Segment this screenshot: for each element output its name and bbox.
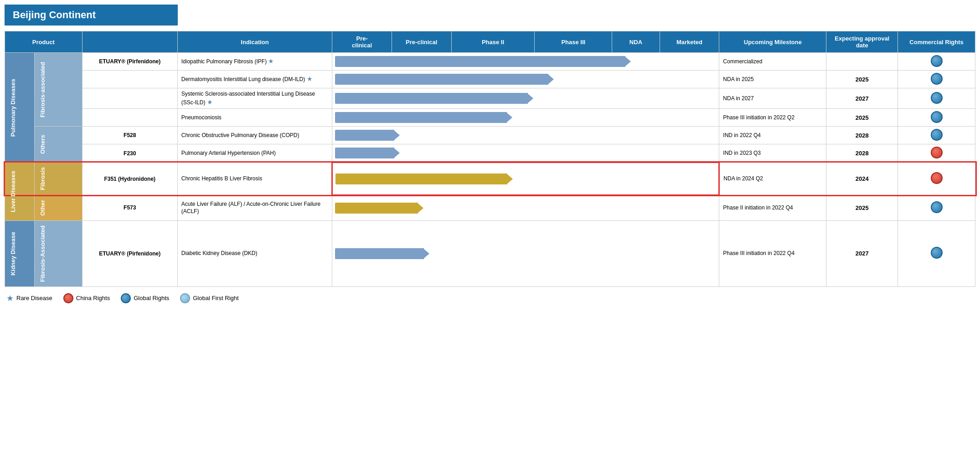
legend-rare: ★ Rare Disease	[6, 293, 52, 303]
bar-cell	[332, 163, 719, 195]
table-row: F230Pulmonary Arterial Hypertension (PAH…	[5, 144, 975, 163]
subcat-label: Fibrosis-associated	[37, 59, 48, 120]
approval-cell: 2024	[826, 163, 898, 195]
rights-cell	[898, 163, 975, 195]
header-preclinical: Pre-clinical	[332, 31, 392, 53]
indication-cell: Diabetic Kidney Disease (DKD)	[177, 220, 332, 286]
rights-cell	[898, 220, 975, 286]
header-nda: NDA	[612, 31, 660, 53]
legend-global: Global Rights	[121, 293, 169, 303]
subcat-cell: Fibrosis-Associated	[35, 220, 82, 286]
disease-label: Liver Diseases	[8, 168, 18, 215]
subcat-cell: Other	[35, 195, 82, 220]
header-approval: Expecting approval date	[826, 31, 898, 53]
milestone-cell: IND in 2022 Q4	[719, 127, 826, 144]
subcat-label: Fibrosis-Associated	[37, 223, 48, 285]
indication-cell: Dermatomyositis Interstitial Lung diseas…	[177, 71, 332, 88]
indication-cell: Chronic Obstructive Pulmonary Disease (C…	[177, 127, 332, 144]
milestone-cell: Commercialized	[719, 53, 826, 71]
globe-rights-icon	[121, 293, 131, 303]
main-container: Beijing Continent Product Indication Pre…	[0, 0, 980, 449]
table-row: Liver Diseases Fibrosis F351 (Hydronidon…	[5, 163, 975, 195]
product-cell: ETUARY® (Pirfenidone)	[82, 220, 177, 286]
star-icon: ★	[6, 293, 14, 303]
rights-cell	[898, 144, 975, 163]
table-row: Pneumoconiosis Phase III initiation in 2…	[5, 109, 975, 127]
indication-cell: Pneumoconiosis	[177, 109, 332, 127]
product-cell	[82, 109, 177, 127]
milestone-cell: IND in 2023 Q3	[719, 144, 826, 163]
disease-cell: Pulmonary Diseases	[5, 53, 35, 163]
disease-cell: Liver Diseases	[5, 163, 35, 220]
rights-cell	[898, 109, 975, 127]
globe-first-rights-icon	[180, 293, 190, 303]
subcat-label: Other	[37, 197, 48, 219]
indication-cell: Acute Liver Failure (ALF) / Acute-on-Chr…	[177, 195, 332, 220]
approval-cell: 2025	[826, 109, 898, 127]
rights-cell	[898, 195, 975, 220]
bar-cell	[332, 144, 719, 163]
milestone-cell: Phase II initiation in 2022 Q4	[719, 195, 826, 220]
subcat-cell: Fibrosis-associated	[35, 53, 82, 127]
approval-cell: 2027	[826, 220, 898, 286]
table-row: Pulmonary Diseases Fibrosis-associated E…	[5, 53, 975, 71]
bar-cell	[332, 220, 719, 286]
bar-cell	[332, 88, 719, 109]
header-phase3: Phase III	[535, 31, 612, 53]
table-row: Other F573Acute Liver Failure (ALF) / Ac…	[5, 195, 975, 220]
legend-global-first-label: Global First Right	[193, 295, 238, 301]
subcat-label: Fibrosis	[37, 164, 48, 193]
bar-cell	[332, 53, 719, 71]
product-cell: ETUARY® (Pirfenidone)	[82, 53, 177, 71]
rights-cell	[898, 127, 975, 144]
approval-cell: 2025	[826, 71, 898, 88]
table-row: Others F528Chronic Obstructive Pulmonary…	[5, 127, 975, 144]
rights-cell	[898, 88, 975, 109]
disease-label: Kidney Disease	[8, 229, 18, 278]
subcat-cell: Others	[35, 127, 82, 163]
product-cell: F573	[82, 195, 177, 220]
bar-cell	[332, 195, 719, 220]
bar-cell	[332, 109, 719, 127]
subcat-cell: Fibrosis	[35, 163, 82, 195]
china-rights-icon	[63, 293, 73, 303]
pipeline-table: Product Indication Pre-clinical Pre-clin…	[5, 31, 975, 287]
table-row: Systemic Sclerosis-associated Interstiti…	[5, 88, 975, 109]
header-product: Product	[5, 31, 83, 53]
company-title: Beijing Continent	[5, 5, 178, 26]
table-row: Dermatomyositis Interstitial Lung diseas…	[5, 71, 975, 88]
milestone-cell: NDA in 2027	[719, 88, 826, 109]
header-phase2: Phase II	[451, 31, 535, 53]
header-milestone: Upcoming Milestone	[719, 31, 826, 53]
indication-cell: Chronic Hepatitis B Liver Fibrosis	[177, 163, 332, 195]
approval-cell: 2027	[826, 88, 898, 109]
product-cell: F528	[82, 127, 177, 144]
bar-cell	[332, 127, 719, 144]
header-product2	[82, 31, 177, 53]
legend-global-first: Global First Right	[180, 293, 238, 303]
indication-cell: Systemic Sclerosis-associated Interstiti…	[177, 88, 332, 109]
legend-china-label: China Rights	[76, 295, 110, 301]
milestone-cell: NDA in 2025	[719, 71, 826, 88]
table-header: Product Indication Pre-clinical Pre-clin…	[5, 31, 975, 53]
approval-cell	[826, 53, 898, 71]
header-marketed: Marketed	[660, 31, 719, 53]
bar-cell	[332, 71, 719, 88]
legend-china: China Rights	[63, 293, 110, 303]
milestone-cell: Phase III initiation in 2022 Q4	[719, 220, 826, 286]
product-cell	[82, 88, 177, 109]
subcat-label: Others	[37, 132, 48, 157]
approval-cell: 2025	[826, 195, 898, 220]
legend-global-label: Global Rights	[134, 295, 169, 301]
milestone-cell: Phase III initiation in 2022 Q2	[719, 109, 826, 127]
rights-cell	[898, 53, 975, 71]
product-cell: F230	[82, 144, 177, 163]
approval-cell: 2028	[826, 127, 898, 144]
header-indication: Indication	[177, 31, 332, 53]
product-cell	[82, 71, 177, 88]
milestone-cell: NDA in 2024 Q2	[719, 163, 826, 195]
product-cell: F351 (Hydronidone)	[82, 163, 177, 195]
indication-cell: Idiopathic Pulmonary Fibrosis (IPF) ★	[177, 53, 332, 71]
header-rights: Commercial Rights	[898, 31, 975, 53]
legend-rare-label: Rare Disease	[16, 295, 52, 301]
